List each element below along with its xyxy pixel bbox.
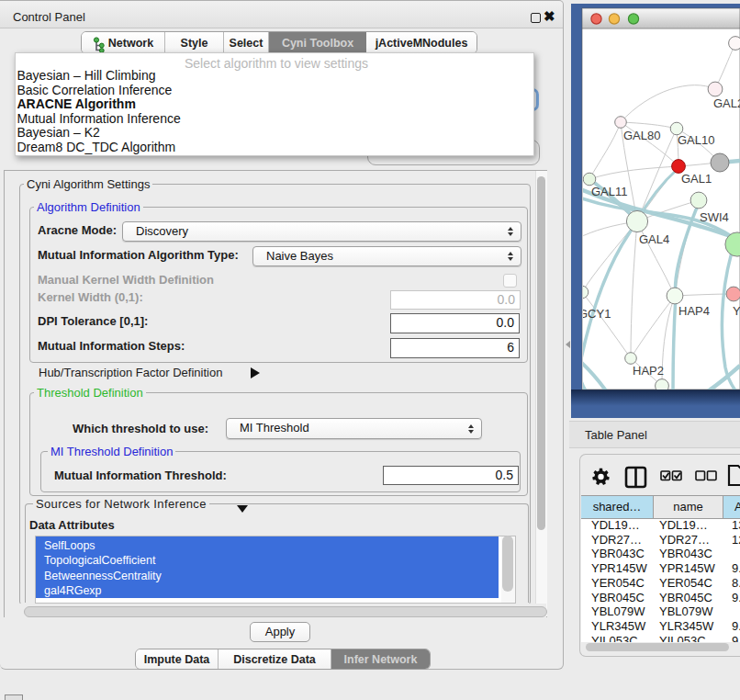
svg-text:SWI4: SWI4 [700, 210, 729, 224]
svg-text:GAL11: GAL11 [591, 185, 628, 198]
svg-text:GAL1: GAL1 [681, 172, 712, 186]
svg-text:HAP4: HAP4 [678, 304, 710, 318]
svg-text:GCY1: GCY1 [578, 307, 611, 321]
svg-text:YD: YD [733, 304, 740, 318]
svg-text:GAL4: GAL4 [639, 232, 669, 246]
svg-text:GAL80: GAL80 [623, 129, 660, 142]
svg-text:HAP2: HAP2 [633, 364, 664, 378]
svg-text:GAL2: GAL2 [713, 96, 740, 110]
svg-text:GAL10: GAL10 [678, 133, 714, 147]
